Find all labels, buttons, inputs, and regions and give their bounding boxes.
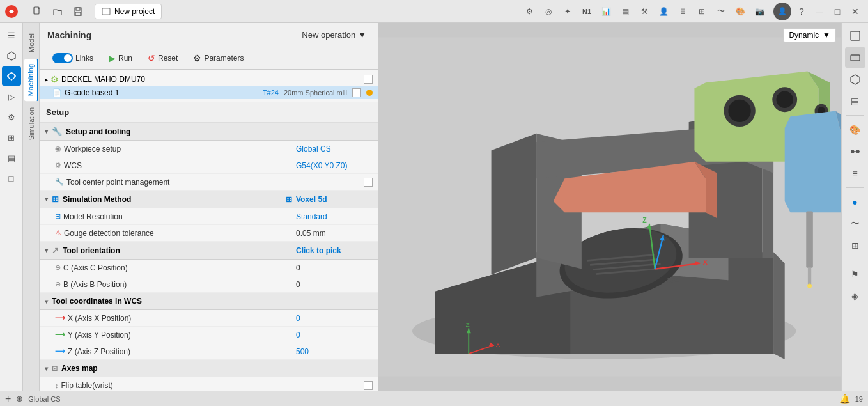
grid-icon[interactable]: ⊞ — [693, 3, 711, 20]
run-button[interactable]: ▶ Run — [104, 51, 137, 65]
wcs-prop[interactable]: ⚙ WCS G54(X0 Y0 Z0) — [40, 157, 378, 174]
right-divider-1 — [846, 115, 864, 116]
links-button[interactable]: Links — [47, 51, 98, 65]
right-divider-2 — [846, 187, 864, 188]
right-pattern-icon[interactable]: ≡ — [845, 163, 865, 183]
bell-icon[interactable]: 🔔 — [839, 394, 850, 404]
links-toggle[interactable] — [52, 53, 73, 63]
flip-table-prop[interactable]: ↕ Flip table(wrist) — [40, 377, 378, 391]
sidebar-gear-icon[interactable]: ⚙ — [2, 107, 21, 127]
sidebar-machining-icon[interactable] — [2, 66, 21, 86]
tab-model[interactable]: Model — [25, 28, 38, 58]
sidebar-left: ☰ ▷ ⚙ ⊞ ▤ □ — [0, 23, 23, 391]
display-icon[interactable]: 🖥 — [674, 3, 692, 20]
status-dot — [366, 90, 373, 96]
coord-system: Global CS — [28, 395, 60, 403]
right-rect-icon[interactable] — [845, 47, 865, 68]
machine-icon[interactable]: ⚒ — [635, 3, 653, 20]
model-res-prop[interactable]: ⊞ Model Resolution Standard — [40, 208, 378, 225]
app-logo[interactable] — [0, 0, 23, 23]
axis-z-prop[interactable]: ⟶ Z (Axis Z Position) 500 — [40, 343, 378, 360]
settings-icon[interactable]: ⚙ — [520, 3, 538, 20]
svg-point-46 — [851, 150, 854, 153]
right-grid-icon[interactable]: ⊞ — [845, 235, 865, 256]
tool-orient-value[interactable]: Click to pick — [296, 246, 373, 255]
tool-coords-header[interactable]: ▾ Tool coordinates in WCS — [40, 293, 378, 310]
project-name: New project — [114, 7, 155, 16]
reset-icon: ↺ — [148, 53, 155, 63]
setup-tooling-header[interactable]: ▾ 🔧 Setup and tooling — [40, 123, 378, 141]
gouge-prop[interactable]: ⚠ Gouge detection tolerance 0.05 mm — [40, 225, 378, 242]
viewport[interactable]: Dynamic ▼ — [378, 23, 841, 391]
axis-x-prop[interactable]: ⟶ X (Axis X Position) 0 — [40, 310, 378, 327]
model-res-icon: ⊞ — [55, 212, 61, 221]
machine-name: DECKEL MAHO DMU70 — [61, 75, 361, 84]
axis-c-prop[interactable]: ⊕ C (Axis C Position) 0 — [40, 260, 378, 276]
right-wave-icon[interactable]: 〜 — [845, 214, 865, 234]
wave-icon[interactable]: 〜 — [712, 3, 730, 20]
save-file-button[interactable] — [69, 3, 87, 20]
minimize-button[interactable]: ─ — [812, 4, 827, 19]
circle-icon[interactable]: ◎ — [539, 3, 557, 20]
tab-machining[interactable]: Machining — [24, 59, 38, 101]
new-operation-button[interactable]: New operation ▼ — [298, 28, 370, 42]
tab-simulation[interactable]: Simulation — [25, 102, 38, 145]
right-layers-icon[interactable]: ▤ — [845, 91, 865, 111]
svg-rect-4 — [75, 12, 81, 15]
tcp-checkbox[interactable] — [364, 178, 373, 187]
sidebar-grid-icon[interactable]: ⊞ — [2, 128, 21, 147]
right-paint-icon[interactable]: 🎨 — [845, 120, 865, 140]
sidebar-model-icon[interactable] — [2, 46, 21, 65]
axis-y-prop[interactable]: ⟶ Y (Axis Y Position) 0 — [40, 327, 378, 343]
tool-orient-header[interactable]: ▾ ↗ Tool orientation Click to pick — [40, 242, 378, 260]
flip-checkbox[interactable] — [364, 381, 373, 390]
sidebar-layers-icon[interactable]: ▤ — [2, 148, 21, 168]
tool-coords-content: ⟶ X (Axis X Position) 0 ⟶ Y (Axis Y Posi… — [40, 310, 378, 360]
operation-item[interactable]: 📄 G-code based 1 T#24 20mm Spherical mil… — [40, 86, 378, 99]
project-tab[interactable]: New project — [95, 4, 162, 19]
person-icon[interactable]: 👤 — [655, 3, 672, 20]
view-mode-dropdown[interactable]: Dynamic ▼ — [783, 28, 836, 42]
parameters-button[interactable]: ⚙ Parameters — [188, 51, 249, 65]
sim-method-header[interactable]: ▾ ⊞ Simulation Method ⊞ Voxel 5d — [40, 191, 378, 208]
axis-b-prop[interactable]: ⊕ B (Axis B Position) 0 — [40, 276, 378, 293]
shape-icon[interactable]: ✦ — [559, 3, 577, 20]
machine-check[interactable] — [364, 75, 373, 84]
workpiece-value: Global CS — [296, 144, 373, 153]
new-file-button[interactable] — [28, 3, 46, 20]
right-cube-icon[interactable] — [845, 69, 865, 90]
axes-map-header[interactable]: ▾ ⊡ Axes map — [40, 360, 378, 377]
reset-button[interactable]: ↺ Reset — [143, 51, 183, 65]
account-icon[interactable]: 👤 — [773, 3, 791, 20]
right-box-icon[interactable] — [845, 26, 865, 46]
right-circle-icon[interactable]: ● — [845, 192, 865, 212]
help-button[interactable]: ? — [794, 4, 809, 19]
layers-icon[interactable]: ▤ — [616, 3, 634, 20]
add-icon[interactable]: + — [5, 393, 11, 405]
svg-text:X: X — [703, 258, 708, 266]
camera-icon[interactable]: 📷 — [750, 3, 768, 20]
tcp-icon: 🔧 — [55, 178, 64, 186]
tcp-prop[interactable]: 🔧 Tool center point management — [40, 174, 378, 191]
right-line-icon[interactable] — [845, 141, 865, 162]
machine-item[interactable]: ▸ ⚙ DECKEL MAHO DMU70 — [40, 72, 378, 86]
right-shape-icon[interactable]: ◈ — [845, 286, 865, 306]
close-button[interactable]: ✕ — [848, 4, 863, 19]
axis-c-value: 0 — [296, 263, 373, 272]
right-flag-icon[interactable]: ⚑ — [845, 264, 865, 285]
workpiece-prop[interactable]: ◉ Workpiece setup Global CS — [40, 141, 378, 157]
open-file-button[interactable] — [49, 3, 66, 20]
left-panel: Machining New operation ▼ Links ▶ Run ↺ … — [40, 23, 378, 391]
sim-method-value: Voxel 5d — [296, 195, 373, 204]
color-icon[interactable]: 🎨 — [731, 3, 749, 20]
axis-z-value: 500 — [296, 347, 373, 356]
op-check[interactable] — [352, 88, 361, 97]
flip-icon: ↕ — [55, 382, 59, 389]
chart-icon[interactable]: 📊 — [597, 3, 615, 20]
n1-icon[interactable]: N1 — [578, 3, 596, 20]
panel-toolbar: Links ▶ Run ↺ Reset ⚙ Parameters — [40, 47, 378, 70]
sidebar-box-icon[interactable]: □ — [2, 169, 21, 188]
maximize-button[interactable]: □ — [830, 4, 845, 19]
sidebar-menu-icon[interactable]: ☰ — [2, 26, 21, 45]
sidebar-sim-icon[interactable]: ▷ — [2, 87, 21, 106]
